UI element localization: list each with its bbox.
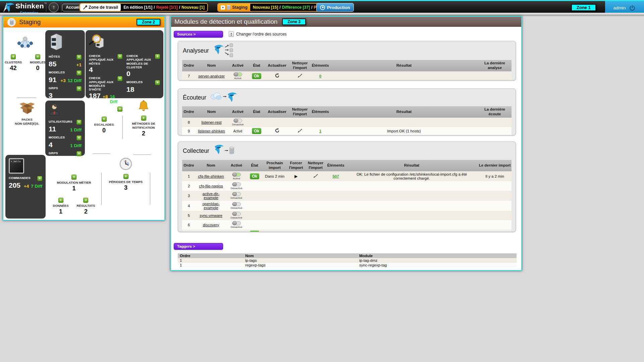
col-actualiser: Actualiser — [265, 60, 289, 71]
add-cluster-model-button[interactable]: + — [35, 54, 40, 59]
add-command-button[interactable]: + — [37, 176, 42, 181]
separator — [61, 3, 61, 12]
add-user-button[interactable]: + — [76, 120, 82, 125]
ecouteur-header-row: Ordre Nom Activé État Actualiser Nettoye… — [182, 106, 512, 118]
source-link[interactable]: discovery — [203, 223, 219, 227]
source-link[interactable]: cfg-file-nagios — [199, 184, 223, 188]
source-link[interactable]: listener-shinken — [198, 129, 225, 133]
table-row: 4 openldap-example Désactivé — [182, 201, 512, 211]
top-bar: Shinken™ Enterprise ↑ Accueil Zone de tr… — [0, 0, 644, 13]
add-user-group-button[interactable]: + — [76, 151, 82, 156]
cluster-models-stat: + MODELES 0 — [30, 53, 46, 72]
add-host-button[interactable]: + — [76, 55, 82, 60]
clean-import-icon[interactable] — [297, 128, 303, 133]
add-host-model-button[interactable]: + — [76, 70, 82, 75]
source-link[interactable]: openldap-example — [202, 202, 219, 210]
col-prochain-import: Prochain import — [263, 160, 287, 171]
taggers-table: Ordre Nom Module 1 ip-tags ip-tag-dmz 1 … — [178, 253, 517, 267]
add-check-cluster-button[interactable]: + — [117, 107, 122, 112]
zone-1-button[interactable]: Zone 1 — [571, 4, 596, 11]
collecteur-title-row: Collecteur — [178, 142, 516, 159]
database-icon — [7, 18, 16, 26]
separator-text: / — [279, 5, 281, 10]
add-host-group-button[interactable]: + — [76, 86, 82, 91]
collecteur-table: Ordre Nom Activé État Prochain import Fo… — [182, 160, 512, 232]
add-check-cluster-model-button[interactable]: + — [155, 54, 160, 59]
production-button[interactable]: Production — [316, 3, 354, 12]
user-groups-value: 6 — [49, 157, 53, 165]
col-resultat: Résultat — [330, 106, 478, 118]
scroll-top-button[interactable]: ↑ — [49, 2, 59, 12]
cell-module: ip-tag-dmz — [357, 258, 517, 263]
refresh-icon[interactable] — [275, 128, 280, 133]
add-business-modulation-button[interactable]: + — [71, 175, 76, 180]
business-modulation-label: MODULATION MÉTIER — [48, 181, 100, 185]
table-row: 6 discovery Désactivé — [182, 220, 512, 230]
source-link[interactable]: syncui — [206, 232, 217, 232]
divider — [150, 173, 150, 205]
active-toggle[interactable] — [232, 202, 241, 206]
zone-3-button[interactable]: Zone 3 — [282, 18, 306, 25]
add-check-host-button[interactable]: + — [117, 54, 122, 59]
active-state-label: Activé — [229, 77, 247, 80]
active-toggle[interactable] — [232, 221, 241, 225]
collecteur-title: Collecteur — [183, 147, 209, 155]
shinken-logo: Shinken™ Enterprise — [3, 2, 47, 13]
col-etat: État — [248, 106, 265, 118]
active-toggle[interactable] — [233, 72, 242, 76]
cell-ordre: 2 — [182, 181, 196, 191]
divider — [133, 155, 151, 155]
active-toggle[interactable] — [232, 173, 241, 177]
force-import-icon[interactable]: ▶ — [294, 174, 298, 179]
workzone-button[interactable]: Zone de travail — [80, 4, 121, 11]
notification-methods-value: 2 — [127, 130, 160, 137]
add-data-button[interactable]: + — [58, 198, 63, 203]
source-link[interactable]: cfg-file-shinken — [198, 174, 224, 178]
clean-import-icon[interactable] — [297, 73, 303, 78]
power-icon[interactable] — [629, 5, 636, 11]
active-toggle[interactable] — [232, 192, 241, 196]
reorder-sources-control[interactable]: ▲▼ Changer l'ordre des sources — [229, 31, 286, 37]
wrench-icon — [83, 5, 87, 10]
users-card: UTILISATEURS+ 111 Diff MODELES+ 41 Diff … — [45, 101, 85, 156]
refresh-icon[interactable] — [275, 73, 280, 78]
add-check-host-model-button[interactable]: + — [117, 76, 122, 81]
check-magnifier-icon — [89, 34, 106, 50]
add-notification-method-button[interactable]: + — [141, 116, 146, 121]
source-link[interactable]: active-dir-example — [203, 192, 219, 200]
clean-import-icon[interactable] — [313, 174, 318, 178]
add-escalade-button[interactable]: + — [102, 117, 107, 122]
check-host-models-delta: +8 — [103, 94, 108, 99]
add-cluster-button[interactable]: + — [11, 54, 16, 59]
check-cluster-models-label: CHECK APPLIQUÉ AUX MODÈLES DE CLUSTER — [126, 54, 155, 69]
elements-link[interactable]: 666 — [332, 232, 339, 232]
elements-link[interactable]: 1 — [319, 129, 321, 133]
workzone-label: Zone de travail — [89, 5, 118, 10]
staging-panel-header: Staging Zone 2 — [3, 17, 164, 27]
chevron-down-icon[interactable]: ▼ — [221, 5, 225, 10]
sort-arrows-icon[interactable]: ▲▼ — [229, 31, 234, 37]
add-user-model-button[interactable]: + — [76, 135, 82, 140]
source-link[interactable]: server-analyzer — [198, 74, 225, 78]
active-toggle[interactable] — [232, 182, 241, 186]
checks-card: CHECK APPLIQUÉ AUX HÔTES+ 4 CHECK APPLIQ… — [86, 30, 163, 98]
cell-ordre: 6 — [182, 220, 196, 230]
col-active: Activé — [226, 160, 247, 171]
elements-link[interactable]: 507 — [332, 174, 339, 178]
staging-label: Staging — [232, 5, 248, 10]
sources-button[interactable]: Sources > — [174, 31, 223, 38]
taggers-button[interactable]: Taggers > — [174, 243, 223, 250]
add-timeperiod-button[interactable]: + — [123, 174, 128, 179]
commands-label: COMMANDES — [9, 176, 37, 180]
source-link[interactable]: listener-rest — [201, 120, 221, 124]
zone-2-button[interactable]: Zone 2 — [137, 19, 160, 25]
elements-link[interactable]: 0 — [319, 74, 321, 78]
workzone-group[interactable]: Zone de travail En édition [1/1] / Rejet… — [79, 3, 208, 12]
add-check-model-button[interactable]: + — [155, 80, 160, 85]
active-toggle[interactable] — [232, 212, 241, 216]
add-result-button[interactable]: + — [83, 198, 88, 203]
staging-menu-button[interactable]: ▼ Staging — [218, 4, 250, 11]
source-link[interactable]: sync-vmware — [200, 214, 222, 218]
staging-panel: Staging Zone 2 + CLUSTERS 42 + M — [3, 16, 165, 221]
active-toggle[interactable] — [233, 119, 242, 123]
